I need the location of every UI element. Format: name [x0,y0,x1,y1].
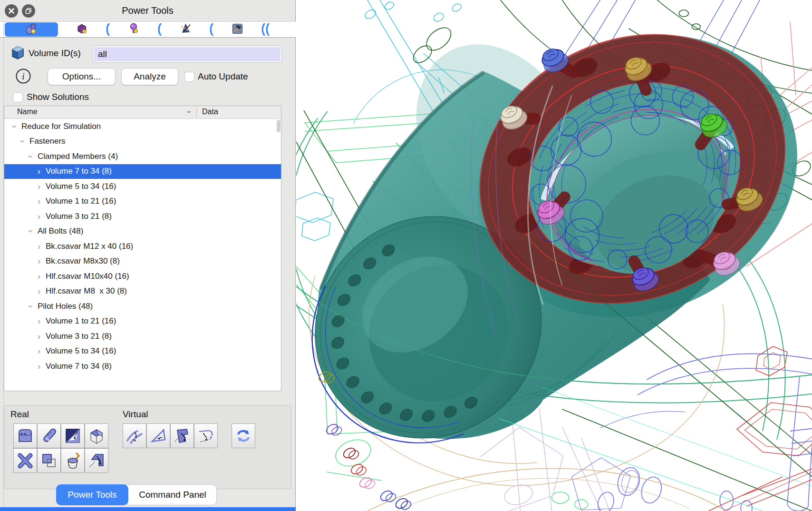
tree-row[interactable]: ›Volume 1 to 21 (16) [4,314,281,329]
wireframe-red [708,346,812,511]
tab-utility-tools[interactable] [213,22,261,37]
refresh-icon [234,427,253,445]
tree-column-name[interactable]: Name [17,108,38,116]
tree-row-label: Bk.csavar M12 x 40 (16) [46,242,133,251]
tree-row[interactable]: ›Hlf.csavar M8 x 30 (8) [4,284,281,299]
tree-row-label: Fasteners [29,137,66,146]
chevron-right-icon[interactable]: › [35,211,43,222]
tab-power-tools[interactable]: Power Tools [56,484,128,505]
tree-row-label: Clamped Members (4) [38,152,118,161]
panel-titlebar: Power Tools [0,0,295,21]
tab-meshing-tools[interactable] [58,22,106,37]
tweak-slab-button[interactable] [13,423,37,448]
chevron-down-icon[interactable]: › [10,123,20,130]
chevron-right-icon[interactable]: › [35,241,43,252]
chevron-right-icon[interactable]: › [35,181,43,192]
tree-row[interactable]: ›Clamped Members (4) [4,149,281,164]
volume-ids-input[interactable] [93,46,281,62]
chevron-right-icon[interactable]: › [35,331,43,342]
tree-rows: ›Reduce for Simulation›Fasteners›Clamped… [4,119,281,391]
tree-row[interactable]: ›Fasteners [4,134,281,149]
tree-row[interactable]: ›Pilot Holes (48) [4,299,281,314]
options-button[interactable]: Options... [48,68,116,85]
solutions-tree: Name › Data ›Reduce for Simulation›Faste… [4,106,281,391]
remove-stick-button[interactable] [37,423,61,448]
tab-divider [106,23,110,36]
tree-row[interactable]: ›Volume 5 to 34 (16) [4,179,281,194]
chevron-down-icon[interactable]: › [26,227,36,235]
tree-row[interactable]: ›Volume 3 to 21 (8) [4,209,281,224]
wireframe-blueviolet [571,354,812,511]
volume-ids-label: Volume ID(s) [29,48,81,59]
tree-row[interactable]: ›Volume 7 to 34 (8) [4,359,281,374]
chevron-right-icon[interactable]: › [35,196,43,206]
info-icon[interactable]: i [15,68,31,86]
show-solutions-checkbox[interactable] [13,92,23,102]
refresh-button[interactable] [232,423,255,448]
tree-row[interactable]: ›Reduce for Simulation [4,119,281,134]
chevron-right-icon[interactable]: › [35,166,43,177]
tree-row[interactable]: ›Volume 1 to 21 (16) [4,194,281,209]
tree-scrollbar[interactable] [277,120,280,132]
chevron-right-icon[interactable]: › [35,256,43,266]
column-divider[interactable] [196,108,197,117]
tree-column-data[interactable]: Data [202,108,218,116]
chevron-down-icon[interactable]: › [26,303,36,310]
tree-row-label: Volume 1 to 21 (16) [46,197,116,206]
float-window-icon[interactable] [22,4,35,18]
tree-row-selected[interactable]: ›Volume 7 to 34 (8) [4,164,281,179]
tab-geometry-power-tools[interactable] [5,22,58,37]
real-group-label: Real [10,409,29,420]
tree-row-label: Volume 7 to 34 (8) [46,362,112,371]
composite-surface-button[interactable] [146,423,170,448]
chevron-down-icon[interactable]: › [26,153,36,160]
tree-row[interactable]: ›Volume 5 to 34 (16) [4,344,281,359]
collapse-curve-icon [196,427,215,445]
application-window: Power Tools Volume ID(s) i Options... An… [0,0,812,511]
bc-tools-icon [179,22,192,37]
chevron-right-icon[interactable]: › [35,286,43,296]
tree-row-label: Pilot Holes (48) [38,302,93,311]
remove-face-button[interactable] [85,423,108,448]
delete-x-button[interactable] [13,448,37,473]
tree-row-label: Volume 3 to 21 (8) [46,332,112,341]
show-solutions-label: Show Solutions [27,92,89,102]
svg-text:i: i [22,71,24,81]
analyze-button[interactable]: Analyze [121,68,178,85]
tab-divider [261,23,265,36]
chevron-right-icon[interactable]: › [35,346,43,356]
close-icon[interactable] [5,4,18,18]
tree-row-label: Bk.csavar M8x30 (8) [46,256,120,266]
tree-row-label: Volume 7 to 34 (8) [46,167,112,176]
collapse-angle-button[interactable] [85,448,108,473]
cleanup-bucket-button[interactable] [61,448,85,473]
virtual-buttons-grid [123,423,218,448]
composite-curves-button[interactable] [123,423,146,448]
split-collapse-button[interactable] [61,423,85,448]
tree-header[interactable]: Name › Data [4,106,281,119]
collapse-angle-icon [87,452,106,470]
graphics-viewport-3d[interactable] [296,0,812,511]
tree-row-label: Volume 1 to 21 (16) [46,316,116,326]
tree-row[interactable]: ›Bk.csavar M12 x 40 (16) [4,239,281,254]
chevron-down-icon[interactable]: › [18,138,28,145]
tab-bc-tools[interactable] [162,22,209,37]
composite-surface-icon [149,427,168,445]
chevron-right-icon[interactable]: › [35,271,43,282]
tab-entity-tools[interactable] [110,22,157,37]
tab-command-panel[interactable]: Command Panel [125,484,217,505]
tree-row[interactable]: ›Volume 3 to 21 (8) [4,329,281,344]
collapse-surface-button[interactable] [170,423,194,448]
auto-update-checkbox[interactable] [184,72,194,82]
tree-row-label: Reduce for Simulation [21,122,101,131]
chevron-right-icon[interactable]: › [35,361,43,372]
merge-overlap-button[interactable] [37,448,61,473]
remove-face-icon [87,427,106,445]
tree-row[interactable]: ›Bk.csavar M8x30 (8) [4,254,281,269]
collapse-curve-button[interactable] [194,423,218,448]
chevron-right-icon[interactable]: › [35,316,43,326]
tree-row[interactable]: ›All Bolts (48) [4,224,281,239]
tree-row[interactable]: ›Hlf.csavar M10x40 (16) [4,269,281,284]
collapse-surface-icon [173,427,192,445]
tree-row-label: Volume 3 to 21 (8) [46,212,112,221]
